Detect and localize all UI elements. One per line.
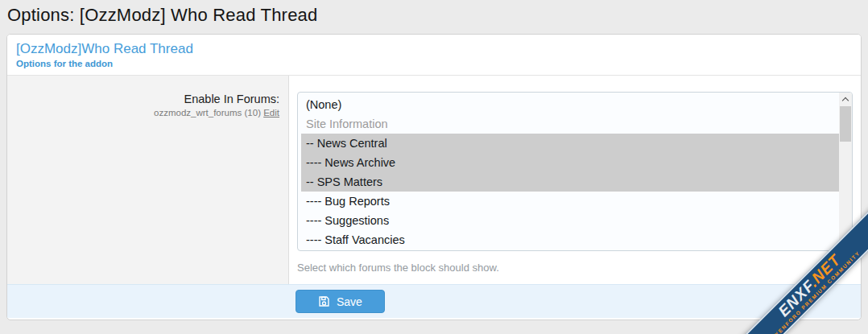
enable-in-forums-select[interactable]: (None)Site Information-- News Central---… (297, 92, 853, 251)
option-id-hint: ozzmodz_wrt_forums (10) Edit (16, 108, 279, 118)
form-submit-row: Save (7, 284, 861, 318)
scroll-down-button[interactable] (839, 237, 852, 250)
chevron-down-icon (842, 239, 849, 245)
chevron-up-icon (842, 97, 849, 104)
select-option[interactable]: (None) (301, 95, 839, 114)
edit-link[interactable]: Edit (263, 108, 279, 118)
option-id-text: ozzmodz_wrt_forums (10) (154, 108, 261, 118)
addon-subtitle: Options for the addon (16, 59, 852, 68)
select-option[interactable]: Site Information (301, 114, 839, 134)
addon-title-link[interactable]: [OzzModz]Who Read Thread (16, 41, 193, 57)
panel-header: [OzzModz]Who Read Thread Options for the… (7, 35, 861, 76)
page-title-bar: Options: [OzzModz] Who Read Thread (0, 0, 868, 31)
select-scrollbar[interactable] (839, 93, 852, 250)
scrollbar-thumb[interactable] (840, 106, 851, 142)
select-option[interactable]: -- SPS Matters (301, 172, 839, 192)
row-label-column: Enable In Forums: ozzmodz_wrt_forums (10… (7, 76, 289, 284)
field-explain-text: Select which forums the block should sho… (297, 262, 853, 274)
select-option[interactable]: ---- Suggestions (301, 211, 839, 230)
page-title: Options: [OzzModz] Who Read Thread (7, 5, 861, 26)
row-control-column: (None)Site Information-- News Central---… (289, 76, 861, 284)
save-button[interactable]: Save (296, 290, 385, 313)
scroll-up-button[interactable] (839, 93, 852, 106)
save-icon (318, 295, 330, 307)
select-option[interactable]: ---- News Archive (301, 153, 839, 172)
options-panel: [OzzModz]Who Read Thread Options for the… (6, 34, 862, 320)
select-option[interactable]: -- News Central (301, 134, 839, 153)
enable-in-forums-row: Enable In Forums: ozzmodz_wrt_forums (10… (7, 76, 861, 284)
select-option[interactable]: ---- Staff Vacancies (301, 230, 839, 249)
forum-option-list: (None)Site Information-- News Central---… (301, 95, 839, 249)
save-button-label: Save (337, 295, 362, 308)
select-option[interactable]: ---- Bug Reports (301, 192, 839, 211)
enable-in-forums-label: Enable In Forums: (16, 93, 279, 105)
